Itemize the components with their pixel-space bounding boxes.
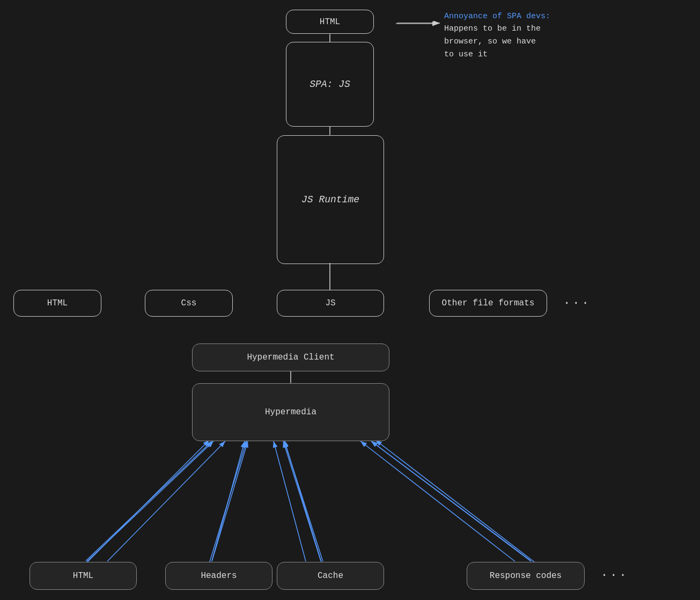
hypermedia-text: Hypermedia: [265, 407, 316, 417]
hypermedia-client-box: Hypermedia Client: [192, 343, 389, 371]
other-formats-text: Other file formats: [442, 298, 535, 308]
html-mid-box: HTML: [13, 290, 101, 317]
css-mid-text: Css: [181, 298, 197, 308]
spa-js-text: SPA: JS: [310, 79, 350, 90]
hypermedia-box: Hypermedia: [192, 383, 389, 441]
headers-bot-text: Headers: [201, 571, 237, 581]
other-formats-box: Other file formats: [429, 290, 547, 317]
html-top-label-text: HTML: [320, 17, 340, 27]
headers-bot-box: Headers: [165, 562, 272, 590]
cache-bot-text: Cache: [318, 571, 343, 581]
cache-bot-box: Cache: [277, 562, 384, 590]
annotation-line1: Annoyance of SPA devs:: [444, 11, 550, 23]
html-bot-box: HTML: [30, 562, 137, 590]
html-mid-text: HTML: [47, 298, 68, 308]
html-top-label-box: HTML: [286, 10, 374, 34]
html-bot-text: HTML: [73, 571, 93, 581]
response-codes-bot-text: Response codes: [490, 571, 562, 581]
js-mid-text: JS: [325, 298, 335, 308]
ellipsis-top: ...: [563, 294, 591, 308]
css-mid-box: Css: [145, 290, 233, 317]
hypermedia-client-text: Hypermedia Client: [247, 353, 334, 362]
js-mid-box: JS: [277, 290, 384, 317]
js-runtime-box: JS Runtime: [277, 135, 384, 264]
spa-js-box: SPA: JS: [286, 42, 374, 127]
annotation-body: Happens to be in the browser, so we have…: [444, 23, 541, 61]
ellipsis-bot: ...: [601, 566, 629, 580]
response-codes-bot-box: Response codes: [467, 562, 585, 590]
js-runtime-text: JS Runtime: [301, 194, 359, 205]
